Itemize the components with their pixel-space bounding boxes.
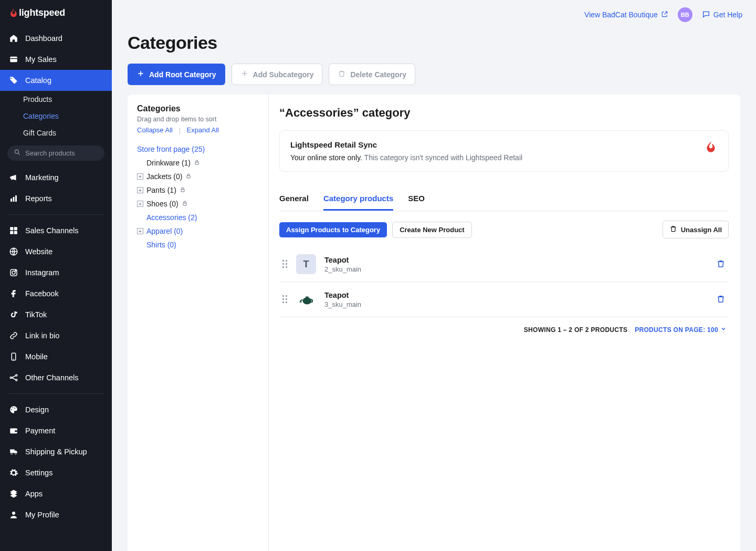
sidebar-label: My Profile xyxy=(25,511,59,519)
search-input[interactable] xyxy=(25,149,98,157)
truck-icon xyxy=(8,446,19,457)
button-label: Delete Category xyxy=(350,70,406,79)
product-thumb-image[interactable] xyxy=(296,289,316,309)
apps-icon xyxy=(8,488,19,499)
sidebar-item-link-in-bio[interactable]: Link in bio xyxy=(0,325,112,346)
avatar[interactable]: BB xyxy=(678,7,692,22)
add-subcategory-button[interactable]: Add Subcategory xyxy=(232,64,323,85)
sidebar-label: Settings xyxy=(25,469,52,477)
svg-point-18 xyxy=(16,375,17,376)
tree-item-drinkware[interactable]: Drinkware (1) xyxy=(137,156,260,170)
plus-icon xyxy=(136,69,145,79)
pager-per-page-dropdown[interactable]: PRODUCTS ON PAGE: 100 xyxy=(635,326,727,334)
sidebar-item-sales-channels[interactable]: Sales Channels xyxy=(0,220,112,241)
product-thumb-placeholder[interactable]: T xyxy=(296,254,316,274)
content-panel: Categories Drag and drop items to sort C… xyxy=(128,95,740,551)
expand-toggle[interactable]: + xyxy=(137,187,143,193)
svg-rect-1 xyxy=(10,58,17,59)
product-name[interactable]: Teapot xyxy=(324,291,361,299)
sidebar-item-design[interactable]: Design xyxy=(0,399,112,420)
expand-toggle[interactable]: + xyxy=(137,173,143,180)
sidebar-label: Website xyxy=(25,247,52,256)
sidebar-item-other-channels[interactable]: Other Channels xyxy=(0,367,112,388)
sidebar-item-my-profile[interactable]: My Profile xyxy=(0,504,112,525)
sidebar-item-website[interactable]: Website xyxy=(0,241,112,262)
tree-item-label: Drinkware (1) xyxy=(146,159,191,167)
sidebar-item-my-sales[interactable]: My Sales xyxy=(0,49,112,70)
sidebar-item-payment[interactable]: Payment xyxy=(0,420,112,441)
collapse-all-link[interactable]: Collapse All xyxy=(137,126,173,134)
svg-point-27 xyxy=(12,512,15,515)
tree-item-jackets[interactable]: + Jackets (0) xyxy=(137,170,260,183)
sidebar-divider xyxy=(8,393,103,394)
detail-title: “Accessories” category xyxy=(279,106,729,120)
sidebar-item-dashboard[interactable]: Dashboard xyxy=(0,28,112,49)
tab-seo[interactable]: SEO xyxy=(408,189,425,211)
tree-item-label: Jackets (0) xyxy=(146,172,182,181)
sidebar-item-shipping-pickup[interactable]: Shipping & Pickup xyxy=(0,441,112,462)
svg-rect-10 xyxy=(14,231,17,234)
svg-point-17 xyxy=(10,377,12,379)
sidebar-item-instagram[interactable]: Instagram xyxy=(0,262,112,283)
sidebar-item-facebook[interactable]: Facebook xyxy=(0,283,112,304)
mobile-icon xyxy=(8,351,19,362)
tab-category-products[interactable]: Category products xyxy=(323,189,393,211)
main: View BadCat Boutique BB Get Help Categor… xyxy=(112,0,756,551)
tree-item-pants[interactable]: + Pants (1) xyxy=(137,183,260,197)
sidebar-item-reports[interactable]: Reports xyxy=(0,188,112,209)
tree-root[interactable]: Store front page (25) xyxy=(137,142,260,156)
tree-item-label: Apparel (0) xyxy=(146,227,183,235)
remove-product-button[interactable] xyxy=(716,294,726,305)
category-tree-pane: Categories Drag and drop items to sort C… xyxy=(128,95,269,551)
tree-list: Store front page (25) Drinkware (1) + Ja… xyxy=(137,142,260,252)
sidebar-item-catalog[interactable]: Catalog xyxy=(0,70,112,91)
tabs: General Category products SEO xyxy=(279,189,729,211)
category-detail-pane: “Accessories” category Lightspeed Retail… xyxy=(269,95,740,551)
svg-point-13 xyxy=(12,271,15,274)
lock-icon xyxy=(185,173,192,181)
separator: | xyxy=(179,126,181,134)
expand-toggle[interactable]: + xyxy=(137,201,143,207)
facebook-icon xyxy=(8,288,19,299)
remove-product-button[interactable] xyxy=(716,259,726,270)
sidebar-label: Other Channels xyxy=(25,373,79,382)
svg-point-14 xyxy=(15,271,16,272)
globe-icon xyxy=(8,246,19,257)
add-root-category-button[interactable]: Add Root Category xyxy=(128,64,225,85)
sidebar-sub-gift-cards[interactable]: Gift Cards xyxy=(0,124,112,141)
sidebar-item-settings[interactable]: Settings xyxy=(0,462,112,483)
sidebar-sub-categories[interactable]: Categories xyxy=(0,108,112,124)
sidebar-label: Sales Channels xyxy=(25,226,79,235)
get-help-link[interactable]: Get Help xyxy=(702,10,742,20)
pager: SHOWING 1 – 2 OF 2 PRODUCTS PRODUCTS ON … xyxy=(279,317,729,342)
search-box[interactable] xyxy=(7,145,104,161)
brand-logo[interactable]: lightspeed xyxy=(0,0,112,28)
sidebar-item-mobile[interactable]: Mobile xyxy=(0,346,112,367)
tree-item-shoes[interactable]: + Shoes (0) xyxy=(137,197,260,211)
expand-toggle[interactable]: + xyxy=(137,228,143,234)
sidebar-item-tiktok[interactable]: TikTok xyxy=(0,304,112,325)
svg-rect-5 xyxy=(13,197,15,202)
sidebar-sub-products[interactable]: Products xyxy=(0,91,112,108)
button-label: Add Subcategory xyxy=(253,70,314,79)
drag-handle-icon[interactable] xyxy=(282,295,288,304)
expand-all-link[interactable]: Expand All xyxy=(187,126,219,134)
delete-category-button[interactable]: Delete Category xyxy=(329,64,415,85)
tab-general[interactable]: General xyxy=(279,189,309,211)
tree-item-accessories[interactable]: Accessories (2) xyxy=(137,211,260,224)
search-icon xyxy=(14,149,21,158)
create-new-product-button[interactable]: Create New Product xyxy=(392,222,472,238)
tree-item-shirts[interactable]: Shirts (0) xyxy=(137,238,260,252)
sync-rest: This category isn't synced with Lightspe… xyxy=(362,153,522,162)
drag-handle-icon[interactable] xyxy=(282,260,288,268)
sidebar-item-marketing[interactable]: Marketing xyxy=(0,167,112,188)
sidebar-label: Instagram xyxy=(25,268,59,277)
sidebar-item-apps[interactable]: Apps xyxy=(0,483,112,504)
instagram-icon xyxy=(8,267,19,278)
view-store-link[interactable]: View BadCat Boutique xyxy=(584,11,668,19)
tree-item-apparel[interactable]: + Apparel (0) xyxy=(137,224,260,238)
sidebar-divider xyxy=(8,214,103,215)
assign-products-button[interactable]: Assign Products to Category xyxy=(279,222,387,237)
unassign-all-button[interactable]: Unassign All xyxy=(663,221,729,238)
product-name[interactable]: Teapot xyxy=(324,256,361,264)
